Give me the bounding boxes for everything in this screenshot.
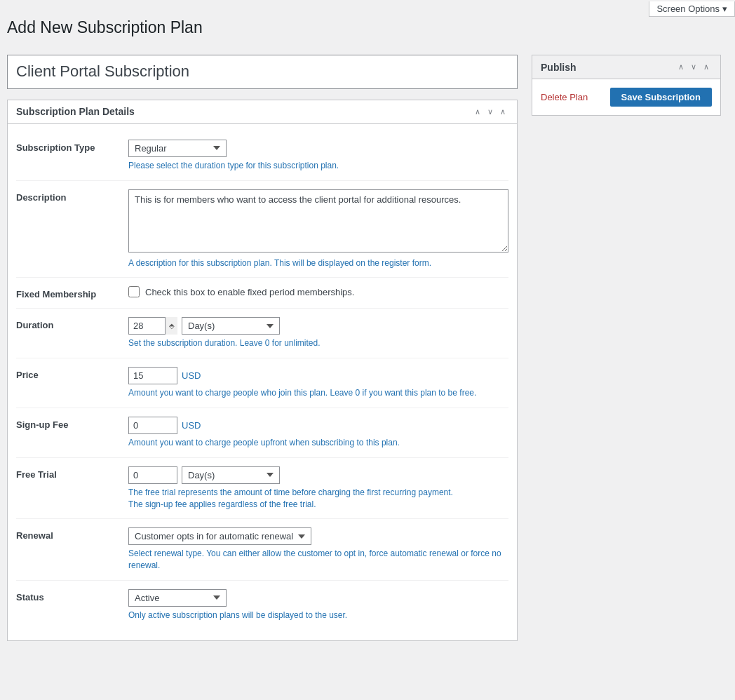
free-trial-field: Day(s) Week(s) Month(s) Year(s) The free… bbox=[128, 466, 508, 511]
publish-controls: ∧ ∨ ∧ bbox=[675, 61, 712, 73]
subscription-type-label: Subscription Type bbox=[16, 140, 128, 153]
duration-spinner-button[interactable]: ⬘ bbox=[165, 317, 177, 335]
status-label: Status bbox=[16, 589, 128, 603]
signup-fee-field: USD Amount you want to charge people upf… bbox=[128, 417, 508, 449]
renewal-field: Customer opts in for automatic renewal F… bbox=[128, 527, 508, 572]
metabox-toggle-button[interactable]: ∧ bbox=[497, 106, 508, 118]
publish-header: Publish ∧ ∨ ∧ bbox=[532, 55, 720, 79]
publish-metabox: Publish ∧ ∨ ∧ Delete Plan Save Subscript… bbox=[532, 55, 721, 116]
publish-title: Publish bbox=[541, 62, 576, 73]
renewal-select[interactable]: Customer opts in for automatic renewal F… bbox=[128, 527, 311, 545]
description-label: Description bbox=[16, 189, 128, 203]
signup-fee-number-input[interactable] bbox=[128, 417, 177, 434]
price-field: USD Amount you want to charge people who… bbox=[128, 367, 508, 399]
page-title: Add New Subscription Plan bbox=[7, 18, 721, 37]
signup-fee-label: Sign-up Fee bbox=[16, 417, 128, 430]
publish-toggle-button[interactable]: ∧ bbox=[701, 61, 712, 73]
renewal-row: Renewal Customer opts in for automatic r… bbox=[16, 519, 508, 581]
status-hint: Only active subscription plans will be d… bbox=[128, 610, 508, 621]
description-row: Description This is for members who want… bbox=[16, 181, 508, 278]
subscription-type-hint: Please select the duration type for this… bbox=[128, 160, 508, 172]
fixed-membership-field: Check this box to enable fixed period me… bbox=[128, 286, 508, 297]
subscription-plan-details-metabox: Subscription Plan Details ∧ ∨ ∧ Subscrip… bbox=[7, 100, 518, 641]
metabox-title: Subscription Plan Details bbox=[16, 106, 135, 117]
subscription-type-field: Regular One-time Please select the durat… bbox=[128, 140, 508, 172]
description-hint: A description for this subscription plan… bbox=[128, 257, 508, 269]
fixed-membership-checkbox[interactable] bbox=[128, 286, 140, 297]
fixed-membership-label: Fixed Membership bbox=[16, 286, 128, 299]
subscription-type-row: Subscription Type Regular One-time Pleas… bbox=[16, 131, 508, 181]
save-subscription-button[interactable]: Save Subscription bbox=[610, 88, 712, 107]
duration-label: Duration bbox=[16, 317, 128, 330]
plan-title-input[interactable] bbox=[7, 55, 518, 89]
renewal-hint: Select renewal type. You can either allo… bbox=[128, 548, 508, 572]
fixed-membership-row: Fixed Membership Check this box to enabl… bbox=[16, 278, 508, 309]
duration-input-row: ⬘ Day(s) Week(s) Month(s) Year(s) bbox=[128, 317, 508, 335]
price-currency-label: USD bbox=[182, 370, 201, 381]
signup-fee-row: Sign-up Fee USD Amount you want to charg… bbox=[16, 408, 508, 458]
signup-fee-input-row: USD bbox=[128, 417, 508, 434]
duration-unit-select[interactable]: Day(s) Week(s) Month(s) Year(s) bbox=[182, 317, 280, 335]
free-trial-unit-select[interactable]: Day(s) Week(s) Month(s) Year(s) bbox=[182, 466, 280, 484]
signup-fee-hint: Amount you want to charge people upfront… bbox=[128, 437, 508, 449]
signup-fee-currency-label: USD bbox=[182, 420, 201, 431]
free-trial-hint-line1: The free trial represents the amount of … bbox=[128, 487, 508, 511]
status-select[interactable]: Active Inactive bbox=[128, 589, 227, 607]
duration-row: Duration ⬘ Day(s) Week(s) Month(s) bbox=[16, 309, 508, 358]
status-field: Active Inactive Only active subscription… bbox=[128, 589, 508, 621]
renewal-label: Renewal bbox=[16, 527, 128, 541]
description-field: This is for members who want to access t… bbox=[128, 189, 508, 269]
duration-spinner: ⬘ bbox=[128, 317, 177, 335]
status-row: Status Active Inactive Only active subsc… bbox=[16, 581, 508, 630]
fixed-membership-checkbox-row: Check this box to enable fixed period me… bbox=[128, 286, 508, 297]
price-label: Price bbox=[16, 367, 128, 380]
metabox-collapse-up-button[interactable]: ∧ bbox=[472, 106, 483, 118]
price-input-row: USD bbox=[128, 367, 508, 384]
free-trial-number-input[interactable] bbox=[128, 466, 177, 484]
free-trial-row: Free Trial Day(s) Week(s) Month(s) Year(… bbox=[16, 458, 508, 520]
duration-hint: Set the subscription duration. Leave 0 f… bbox=[128, 337, 508, 349]
metabox-body: Subscription Type Regular One-time Pleas… bbox=[8, 124, 517, 640]
metabox-header: Subscription Plan Details ∧ ∨ ∧ bbox=[8, 100, 517, 124]
chevron-down-icon: ▾ bbox=[722, 4, 727, 14]
fixed-membership-checkbox-label: Check this box to enable fixed period me… bbox=[145, 287, 354, 297]
subscription-type-select[interactable]: Regular One-time bbox=[128, 140, 227, 157]
publish-collapse-up-button[interactable]: ∧ bbox=[675, 61, 687, 73]
metabox-collapse-down-button[interactable]: ∨ bbox=[485, 106, 496, 118]
description-textarea[interactable]: This is for members who want to access t… bbox=[128, 189, 508, 253]
free-trial-input-row: Day(s) Week(s) Month(s) Year(s) bbox=[128, 466, 508, 484]
price-hint: Amount you want to charge people who joi… bbox=[128, 387, 508, 399]
publish-collapse-down-button[interactable]: ∨ bbox=[688, 61, 699, 73]
metabox-controls: ∧ ∨ ∧ bbox=[472, 106, 508, 118]
publish-body: Delete Plan Save Subscription bbox=[532, 79, 720, 115]
delete-plan-link[interactable]: Delete Plan bbox=[541, 92, 588, 102]
price-number-input[interactable] bbox=[128, 367, 177, 384]
screen-options-label: Screen Options bbox=[656, 4, 720, 14]
screen-options-button[interactable]: Screen Options ▾ bbox=[649, 1, 735, 17]
free-trial-label: Free Trial bbox=[16, 466, 128, 480]
price-row: Price USD Amount you want to charge peop… bbox=[16, 358, 508, 408]
duration-field: ⬘ Day(s) Week(s) Month(s) Year(s) Set th… bbox=[128, 317, 508, 349]
